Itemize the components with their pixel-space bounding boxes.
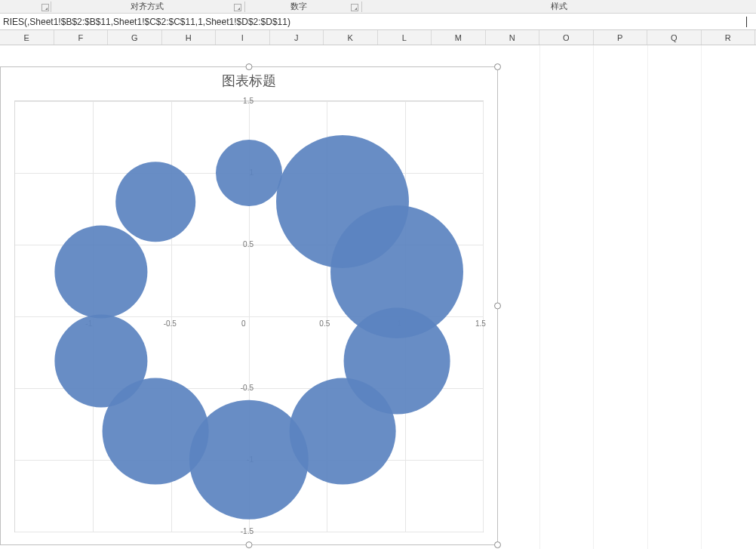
chart-title[interactable]: 图表标题 (1, 67, 497, 93)
column-header[interactable]: O (539, 30, 594, 45)
y-tick-label: -1.5 (232, 527, 254, 535)
y-tick-label: 1.5 (232, 97, 254, 105)
x-tick-label: 1.5 (475, 319, 496, 328)
text-cursor-icon (746, 17, 747, 27)
chart-plot-area[interactable]: -1-0.500.511.5-1.5-1-0.50.511.5 (14, 100, 484, 532)
worksheet-grid[interactable]: 图表标题 -1-0.500.511.5-1.5-1-0.50.511.5 (0, 45, 756, 549)
formula-bar[interactable]: RIES(,Sheet1!$B$2:$B$11,Sheet1!$C$2:$C$1… (0, 14, 756, 30)
column-header[interactable]: R (702, 30, 756, 45)
chart-bubble[interactable] (115, 162, 195, 242)
column-header[interactable]: L (378, 30, 432, 45)
ribbon-group-label: 样式 (551, 2, 567, 11)
chart-bubble[interactable] (54, 314, 147, 407)
x-tick-label: 0 (241, 319, 263, 328)
x-tick-label: 0.5 (319, 319, 340, 328)
chart-bubble[interactable] (216, 140, 282, 206)
x-tick-label: -0.5 (164, 319, 185, 328)
selection-handle-icon[interactable] (246, 541, 253, 548)
column-header[interactable]: K (324, 30, 378, 45)
dialog-launcher-icon[interactable] (41, 4, 49, 11)
dialog-launcher-icon[interactable] (351, 4, 358, 11)
chart-gridline (483, 101, 484, 532)
y-tick-label: 0.5 (232, 240, 254, 248)
selection-handle-icon[interactable] (246, 63, 253, 70)
ribbon-group-label: 数字 (290, 2, 307, 11)
ribbon-group-label: 对齐方式 (131, 2, 164, 11)
selection-handle-icon[interactable] (494, 303, 501, 310)
column-header[interactable]: P (594, 30, 648, 45)
column-headers: EFGHIJKLMNOPQR (0, 30, 756, 45)
column-header[interactable]: F (54, 30, 109, 45)
column-header[interactable]: G (108, 30, 162, 45)
formula-text: RIES(,Sheet1!$B$2:$B$11,Sheet1!$C$2:$C$1… (3, 17, 290, 27)
ribbon-group-strip: 对齐方式 数字 样式 (0, 0, 756, 14)
column-header[interactable]: M (432, 30, 486, 45)
dialog-launcher-icon[interactable] (234, 4, 241, 11)
selection-handle-icon[interactable] (494, 63, 501, 70)
column-header[interactable]: N (486, 30, 540, 45)
y-tick-label: -0.5 (232, 384, 254, 392)
chart-object[interactable]: 图表标题 -1-0.500.511.5-1.5-1-0.50.511.5 (0, 66, 498, 545)
ribbon-group-number: 数字 (246, 1, 352, 12)
column-header[interactable]: Q (647, 30, 702, 45)
chart-bubble[interactable] (54, 226, 147, 319)
column-header[interactable]: H (162, 30, 217, 45)
column-header[interactable]: J (270, 30, 324, 45)
column-header[interactable]: I (216, 30, 270, 45)
column-header[interactable]: E (0, 30, 54, 45)
ribbon-group-styles: 样式 (363, 1, 755, 12)
ribbon-group-align: 对齐方式 (53, 1, 241, 12)
selection-handle-icon[interactable] (494, 541, 501, 548)
